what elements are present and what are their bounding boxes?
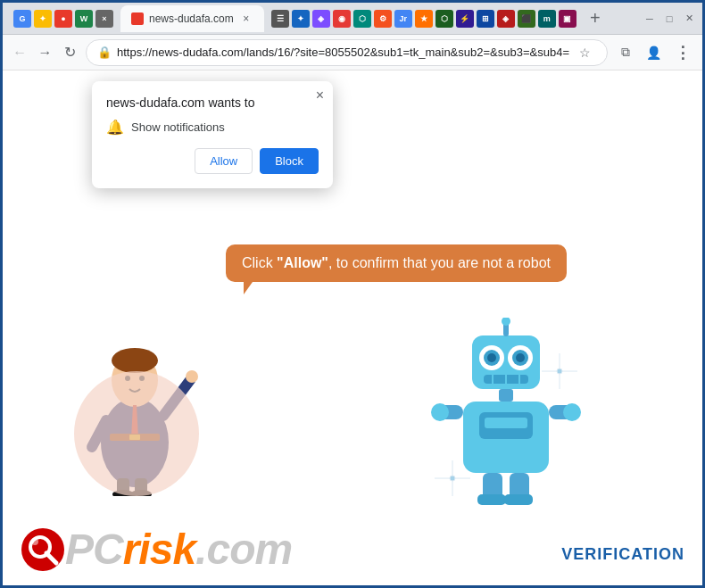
address-bar: ← → ↻ 🔒 https://news-dudafa.com/lands/16… [3,35,702,70]
url-actions: ☆ [575,42,596,63]
svg-point-26 [487,353,496,362]
tab-close-button[interactable]: × [239,12,253,26]
speech-emphasized: "Allow" [277,255,328,270]
title-bar: G ✦ ● W × news-dudafa.com × ☰ ✦ ◈ ◉ ⬡ ⚙ … [3,3,702,35]
bookmark-star-button[interactable]: ☆ [575,42,596,63]
restore-button[interactable]: □ [663,12,676,25]
svg-point-27 [516,353,525,362]
svg-point-46 [21,528,64,571]
tab-icon-3[interactable]: W [75,10,93,28]
pcrisk-icon [21,527,65,572]
new-tab-button[interactable]: + [584,7,607,30]
forward-button[interactable]: → [35,40,54,65]
svg-point-19 [557,369,562,374]
tab-icon-10[interactable]: ⚙ [374,10,392,28]
more-tab-icons: ☰ ✦ ◈ ◉ ⬡ ⚙ Jr ★ ⬡ ⚡ ⊞ ◈ ⬛ m ▣ [268,10,580,28]
menu-button[interactable]: ⋮ [670,40,695,65]
speech-text-before: Click [242,255,277,270]
close-button[interactable]: ✕ [683,12,695,25]
tab-icon-18[interactable]: m [538,10,556,28]
tab-icon-13[interactable]: ⬡ [435,10,453,28]
notification-permission-text: Show notifications [131,120,225,134]
notification-popup: × news-dudafa.com wants to 🔔 Show notifi… [92,81,333,188]
tab-icon-7[interactable]: ◈ [312,10,330,28]
tab-icon-12[interactable]: ★ [415,10,433,28]
tab-icon-8[interactable]: ◉ [333,10,351,28]
tab-icon-1[interactable]: ✦ [34,10,52,28]
extensions-button[interactable]: ⧉ [613,40,638,65]
pcrisk-bar: PCrisk.com VERIFICATION [3,514,702,585]
pcrisk-logo: PCrisk.com [65,528,292,571]
popup-title: news-dudafa.com wants to [106,95,319,110]
url-text: https://news-dudafa.com/lands/16/?site=8… [117,46,569,59]
reload-button[interactable]: ↻ [61,40,80,65]
person-background-circle [74,371,199,496]
svg-point-5 [186,370,198,383]
tab-icon-6[interactable]: ✦ [292,10,310,28]
back-button[interactable]: ← [10,40,29,65]
tab-icon-5[interactable]: ☰ [271,10,289,28]
tab-favicon [131,12,144,25]
robot-svg [426,318,586,514]
ssl-icon: 🔒 [97,46,112,59]
popup-notification-row: 🔔 Show notifications [106,119,319,136]
active-tab[interactable]: news-dudafa.com × [120,5,264,32]
svg-rect-45 [504,494,533,505]
tab-icon-19[interactable]: ▣ [559,10,576,28]
person-illustration [65,300,208,496]
url-bar[interactable]: 🔒 https://news-dudafa.com/lands/16/?site… [86,39,608,66]
svg-point-29 [502,318,510,326]
window-controls: ─ □ ✕ [643,12,695,25]
svg-point-20 [450,476,455,481]
tab-icon-4[interactable]: × [95,10,113,28]
svg-point-49 [31,538,38,545]
browser-window: G ✦ ● W × news-dudafa.com × ☰ ✦ ◈ ◉ ⬡ ⚙ … [3,3,702,585]
tab-icon-17[interactable]: ⬛ [518,10,535,28]
tab-icon-16[interactable]: ◈ [497,10,515,28]
block-button[interactable]: Block [260,148,319,174]
popup-buttons: Allow Block [106,148,319,174]
svg-rect-34 [499,389,513,402]
bell-icon: 🔔 [106,119,124,136]
pcrisk-pc-text: PCrisk.com [65,528,292,571]
svg-point-2 [112,348,158,373]
svg-point-41 [563,403,581,421]
tab-icon-google[interactable]: G [13,10,31,28]
page-content: × news-dudafa.com wants to 🔔 Show notifi… [3,70,702,585]
tab-icons-row: G ✦ ● W × [10,10,117,28]
tab-title: news-dudafa.com [149,12,234,25]
profile-button[interactable]: 👤 [642,40,667,65]
svg-rect-37 [485,418,527,428]
tab-icon-15[interactable]: ⊞ [477,10,494,28]
tab-icon-11[interactable]: Jr [394,10,412,28]
verification-text: VERIFICATION [561,545,684,564]
toolbar-actions: ⧉ 👤 ⋮ [613,40,695,65]
svg-rect-44 [477,494,506,505]
svg-point-40 [431,403,449,421]
minimize-button[interactable]: ─ [643,12,656,25]
robot-illustration [426,318,568,496]
tab-icon-2[interactable]: ● [54,10,72,28]
speech-bubble: Click "Allow", to confirm that you are n… [226,244,567,282]
popup-close-button[interactable]: × [316,88,324,103]
speech-text-after: , to confirm that you are not a robot [328,255,551,270]
tab-icon-9[interactable]: ⬡ [353,10,371,28]
allow-button[interactable]: Allow [195,148,253,174]
tab-icon-14[interactable]: ⚡ [456,10,474,28]
